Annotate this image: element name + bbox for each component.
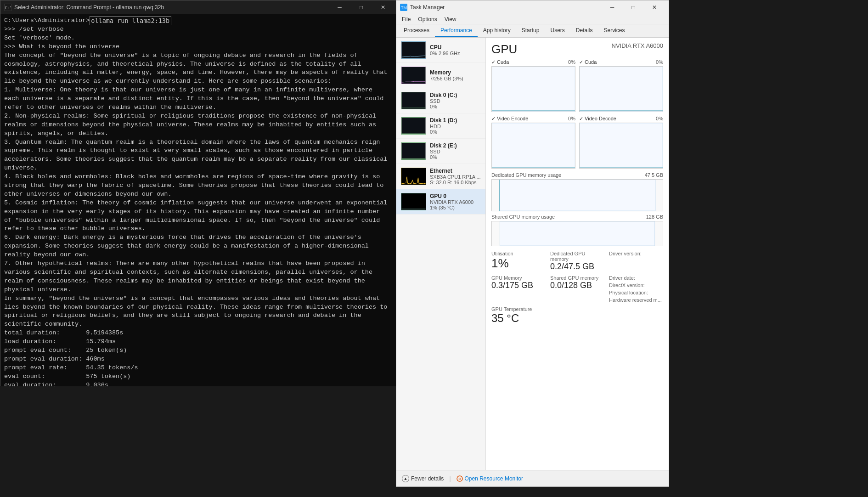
gpu-model: NVIDIA RTX A6000 — [612, 42, 664, 49]
utilisation-label: Utilisation — [491, 251, 546, 256]
disk2-info: Disk 2 (E:) SSD 0% — [430, 142, 481, 160]
driver-date-stat: Driver date: DirectX version: Physical l… — [609, 275, 663, 303]
memory-label: Memory — [430, 69, 481, 76]
tab-details[interactable]: Details — [570, 24, 598, 37]
tm-minimize-button[interactable]: ─ — [602, 0, 623, 14]
disk1-sub: HDD — [430, 124, 481, 129]
cmd-input[interactable] — [90, 16, 171, 25]
gpu-memory-stat: GPU Memory 0.3/175 GB — [491, 275, 546, 303]
shared-memory-bar — [491, 221, 663, 246]
tm-tabs: Processes Performance App history Startu… — [396, 24, 669, 38]
sidebar-item-disk2[interactable]: Disk 2 (E:) SSD 0% — [396, 139, 485, 164]
fewer-details-label: Fewer details — [411, 475, 444, 482]
cpu-info: CPU 0% 2.96 GHz — [430, 44, 481, 56]
svg-rect-6 — [401, 92, 425, 109]
tab-users[interactable]: Users — [545, 24, 570, 37]
memory-info: Memory 7/256 GB (3%) — [430, 69, 481, 81]
disk2-label: Disk 2 (E:) — [430, 142, 481, 149]
fewer-details-button[interactable]: ▲ Fewer details — [402, 475, 444, 482]
ethernet-pct: S: 32.0 R: 16.0 Kbps — [430, 180, 481, 185]
svg-rect-16 — [499, 180, 500, 211]
sidebar-item-memory[interactable]: Memory 7/256 GB (3%) — [396, 63, 485, 88]
sidebar-item-ethernet[interactable]: Ethernet SXB3A CPU1 RP1A ... S: 32.0 R: … — [396, 164, 485, 189]
disk2-thumb — [401, 142, 426, 160]
menu-view[interactable]: View — [441, 15, 460, 23]
svg-rect-8 — [401, 143, 425, 159]
gpu-temp-stat: GPU Temperature 35 °C — [491, 306, 546, 325]
menu-options[interactable]: Options — [414, 15, 440, 23]
dedicated-memory-label: Dedicated GPU memory usage — [491, 172, 561, 178]
gpu-thumb — [401, 193, 426, 210]
svg-rect-5 — [401, 67, 425, 84]
video-encode-label: ✓ Video Encode — [491, 116, 528, 122]
tm-restore-button[interactable]: □ — [623, 0, 644, 14]
open-resource-monitor-btn[interactable]: ⚙ Open Resource Monitor — [457, 475, 523, 482]
cuda-left-label-row: ✓ Cuda 0% — [491, 59, 575, 65]
cmd-prompt-text: C:\Users\Administrator> — [4, 17, 90, 25]
svg-rect-11 — [492, 67, 575, 112]
tab-performance[interactable]: Performance — [435, 24, 478, 37]
video-decode-label-row: ✓ Video Decode 0% — [579, 116, 663, 122]
tab-processes[interactable]: Processes — [398, 24, 435, 37]
tab-startup[interactable]: Startup — [516, 24, 545, 37]
tm-close-button[interactable]: ✕ — [644, 0, 665, 14]
memory-sub: 7/256 GB (3%) — [430, 76, 481, 81]
disk2-sub: SSD — [430, 149, 481, 154]
cpu-thumb — [401, 41, 426, 59]
ethernet-thumb — [401, 168, 426, 185]
disk0-sub: SSD — [430, 98, 481, 104]
utilisation-stat: Utilisation 1% — [491, 251, 546, 271]
cpu-label: CPU — [430, 44, 481, 51]
gpu-info: GPU 0 NVIDIA RTX A6000 1% (35 °C) — [430, 193, 481, 210]
svg-rect-17 — [500, 221, 654, 246]
open-resource-monitor-label[interactable]: Open Resource Monitor — [465, 475, 523, 482]
resource-monitor-icon: ⚙ — [457, 475, 463, 482]
tm-footer: ▲ Fewer details | ⚙ Open Resource Monito… — [396, 470, 669, 486]
tm-body: CPU 0% 2.96 GHz Memory 7/256 GB (3%) — [396, 38, 669, 470]
gpu-sub: NVIDIA RTX A6000 — [430, 199, 481, 205]
svg-text:C:\: C:\ — [5, 6, 11, 10]
menu-file[interactable]: File — [398, 15, 414, 23]
gpu-pct: 1% (35 °C) — [430, 205, 481, 210]
tab-services[interactable]: Services — [598, 24, 631, 37]
sidebar-item-gpu[interactable]: GPU 0 NVIDIA RTX A6000 1% (35 °C) — [396, 189, 485, 215]
gpu-panel: GPU NVIDIA RTX A6000 ✓ Cuda 0% — [486, 38, 669, 470]
gpu-temp-label: GPU Temperature — [491, 306, 546, 312]
cuda-right-label-row: ✓ Cuda 0% — [579, 59, 663, 65]
disk0-info: Disk 0 (C:) SSD 0% — [430, 92, 481, 109]
task-manager-window: TM Task Manager ─ □ ✕ File Options View … — [396, 0, 669, 487]
driver-date-label: Driver date: — [609, 275, 663, 281]
utilisation-value: 1% — [491, 256, 546, 271]
tm-controls: ─ □ ✕ — [602, 0, 665, 14]
video-encode-block: ✓ Video Encode 0% — [491, 116, 575, 169]
directx-label: DirectX version: — [609, 282, 663, 288]
cmd-content-area: C:\Users\Administrator> >>> /set verbose… — [0, 14, 397, 386]
gpu-title: GPU — [491, 42, 517, 56]
sidebar-item-disk0[interactable]: Disk 0 (C:) SSD 0% — [396, 88, 485, 113]
dedicated-memory-section: Dedicated GPU memory usage 47.5 GB — [491, 172, 663, 211]
gpu-temp-value: 35 °C — [491, 312, 546, 325]
cmd-controls: ─ □ ✕ — [329, 0, 393, 14]
cmd-input-line: C:\Users\Administrator> — [4, 16, 393, 25]
cmd-output: >>> /set verboseSet 'verbose' mode.>>> W… — [4, 25, 393, 386]
cpu-sub: 0% 2.96 GHz — [430, 51, 481, 56]
video-encode-pct: 0% — [568, 116, 575, 122]
sidebar-item-disk1[interactable]: Disk 1 (D:) HDD 0% — [396, 113, 485, 139]
tab-app-history[interactable]: App history — [478, 24, 516, 37]
cuda-left-pct: 0% — [568, 59, 575, 65]
svg-rect-14 — [580, 123, 663, 168]
gpu-memory-value: 0.3/175 GB — [491, 281, 546, 290]
driver-version-label: Driver version: — [609, 251, 663, 256]
disk0-pct: 0% — [430, 104, 481, 109]
cmd-close-button[interactable]: ✕ — [372, 0, 393, 14]
sidebar-item-cpu[interactable]: CPU 0% 2.96 GHz — [396, 38, 485, 63]
cmd-minimize-button[interactable]: ─ — [329, 0, 350, 14]
video-decode-pct: 0% — [656, 116, 663, 122]
svg-rect-12 — [580, 67, 663, 112]
cmd-maximize-button[interactable]: □ — [351, 0, 372, 14]
tm-sidebar: CPU 0% 2.96 GHz Memory 7/256 GB (3%) — [396, 38, 486, 470]
cuda-right-graph — [579, 66, 663, 112]
tm-icon: TM — [400, 4, 407, 11]
shared-memory-size: 128 GB — [646, 214, 663, 220]
cmd-title: Select Administrator: Command Prompt - o… — [14, 4, 327, 11]
